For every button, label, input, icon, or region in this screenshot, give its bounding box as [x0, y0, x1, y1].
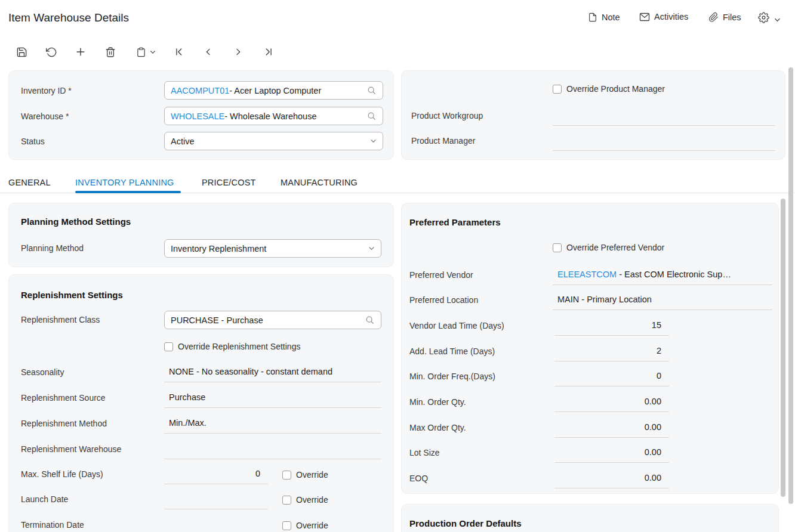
chevron-down-icon[interactable]	[366, 139, 377, 143]
add-icon	[75, 46, 87, 58]
undo-button[interactable]	[42, 43, 60, 61]
min-order-qty-field[interactable]: 0.00	[554, 392, 669, 412]
override-replenishment-settings-checkbox[interactable]: Override Replenishment Settings	[164, 342, 300, 351]
min-order-qty-label: Min. Order Qty.	[409, 392, 466, 412]
vendor-lead-time-field[interactable]: 15	[554, 316, 669, 336]
min-order-freq-field[interactable]: 0	[554, 366, 669, 386]
tab-manufacturing[interactable]: MANUFACTURING	[281, 178, 358, 187]
next-record-button[interactable]	[229, 43, 247, 61]
max-shelf-life-override-checkbox[interactable]: Override	[282, 470, 328, 480]
termination-date-override-label: Override	[296, 521, 328, 530]
termination-date-field[interactable]	[164, 515, 268, 532]
checkbox-icon[interactable]	[164, 342, 173, 351]
checkbox-icon[interactable]	[553, 243, 562, 252]
first-record-button[interactable]	[170, 43, 188, 61]
launch-date-override-label: Override	[296, 495, 328, 505]
search-icon[interactable]	[361, 315, 375, 325]
tab-general[interactable]: GENERAL	[8, 178, 51, 187]
max-order-qty-field[interactable]: 0.00	[554, 417, 669, 438]
override-replenishment-settings-label: Override Replenishment Settings	[178, 342, 300, 351]
settings-button[interactable]	[758, 12, 781, 26]
replenishment-source-label: Replenishment Source	[21, 388, 106, 408]
inner-scrollbar[interactable]	[781, 199, 785, 497]
add-lead-time-label: Add. Lead Time (Days)	[409, 341, 495, 361]
override-product-manager-checkbox[interactable]: Override Product Manager	[553, 84, 665, 94]
previous-record-icon	[204, 47, 213, 57]
checkbox-icon[interactable]	[282, 496, 291, 505]
launch-date-field[interactable]	[164, 489, 268, 509]
preferred-vendor-code[interactable]: ELEEASTCOM	[557, 270, 617, 279]
delete-record-button[interactable]	[101, 43, 119, 61]
replenishment-settings-title: Replenishment Settings	[21, 290, 123, 300]
gear-icon	[758, 12, 769, 26]
warehouse-label: Warehouse *	[21, 106, 69, 126]
planning-method-value: Inventory Replenishment	[171, 244, 266, 253]
planning-method-select[interactable]: Inventory Replenishment	[164, 239, 381, 258]
status-label: Status	[21, 131, 45, 151]
checkbox-icon[interactable]	[553, 85, 562, 94]
chevron-down-icon[interactable]	[365, 246, 375, 250]
replenishment-method-field[interactable]: Min./Max.	[164, 413, 381, 434]
replenishment-class-value: PURCHASE - Purchase	[171, 316, 263, 325]
replenishment-class-label: Replenishment Class	[21, 310, 100, 330]
tab-price-cost[interactable]: PRICE/COST	[202, 178, 256, 187]
page-scrollbar[interactable]	[788, 67, 793, 504]
seasonality-field[interactable]: NONE - No seasonality - constant demand	[164, 362, 381, 382]
max-shelf-life-override-label: Override	[296, 470, 328, 480]
inventory-id-desc: - Acer Laptop Computer	[229, 86, 321, 95]
files-button[interactable]: Files	[708, 12, 741, 23]
production-order-defaults-title: Production Order Defaults	[409, 518, 522, 528]
inventory-id-field[interactable]: AACOMPUT01 - Acer Laptop Computer	[164, 81, 383, 100]
checkbox-icon[interactable]	[282, 521, 291, 530]
product-manager-label: Product Manager	[411, 131, 475, 151]
envelope-icon	[639, 13, 650, 21]
previous-record-button[interactable]	[199, 43, 217, 61]
max-order-qty-label: Max Order Qty.	[409, 417, 466, 438]
status-value: Active	[171, 137, 195, 146]
replenishment-warehouse-field[interactable]	[164, 439, 381, 459]
eoq-field[interactable]: 0.00	[554, 468, 669, 488]
preferred-parameters-card: Preferred Parameters Override Preferred …	[401, 203, 779, 494]
summary-manager-card: Override Product Manager Product Workgro…	[401, 70, 785, 160]
planning-method-settings-card: Planning Method Settings Planning Method…	[8, 203, 394, 267]
preferred-location-field[interactable]: MAIN - Primary Location	[553, 290, 772, 310]
add-record-button[interactable]	[72, 43, 90, 61]
last-record-icon	[263, 47, 273, 57]
search-icon[interactable]	[363, 111, 377, 121]
product-workgroup-field[interactable]	[553, 106, 775, 126]
max-shelf-life-field[interactable]: 0	[164, 464, 268, 484]
lot-size-field[interactable]: 0.00	[554, 443, 669, 463]
note-label: Note	[602, 13, 620, 22]
add-lead-time-field[interactable]: 2	[554, 341, 669, 361]
seasonality-label: Seasonality	[21, 362, 64, 382]
checkbox-icon[interactable]	[282, 471, 291, 480]
clipboard-menu-button[interactable]	[132, 43, 159, 61]
launch-date-override-checkbox[interactable]: Override	[282, 495, 328, 505]
termination-date-override-checkbox[interactable]: Override	[282, 521, 328, 530]
replenishment-method-label: Replenishment Method	[21, 413, 107, 434]
save-button[interactable]	[13, 43, 30, 61]
launch-date-label: Launch Date	[21, 489, 68, 509]
note-button[interactable]: Note	[588, 12, 620, 23]
override-preferred-vendor-checkbox[interactable]: Override Preferred Vendor	[553, 243, 664, 252]
tab-bar: GENERAL INVENTORY PLANNING PRICE/COST MA…	[0, 176, 795, 193]
page-title: Item Warehouse Details	[8, 11, 129, 24]
status-select[interactable]: Active	[164, 132, 383, 150]
preferred-parameters-title: Preferred Parameters	[409, 217, 501, 227]
tab-inventory-planning[interactable]: INVENTORY PLANNING	[75, 178, 174, 187]
save-icon	[16, 47, 27, 58]
search-icon[interactable]	[363, 85, 377, 95]
product-workgroup-label: Product Workgroup	[411, 106, 483, 126]
activities-button[interactable]: Activities	[639, 12, 688, 21]
planning-method-label: Planning Method	[21, 238, 84, 258]
product-manager-field[interactable]	[553, 131, 775, 151]
replenishment-warehouse-label: Replenishment Warehouse	[21, 439, 121, 459]
replenishment-source-field[interactable]: Purchase	[164, 388, 381, 408]
warehouse-desc: - Wholesale Warehouse	[224, 112, 316, 121]
eoq-label: EOQ	[409, 468, 428, 488]
replenishment-class-field[interactable]: PURCHASE - Purchase	[164, 311, 381, 329]
preferred-vendor-field[interactable]: ELEEASTCOM - East COM Electronic Sup…	[553, 265, 772, 285]
last-record-button[interactable]	[259, 43, 277, 61]
undo-icon	[46, 47, 57, 58]
warehouse-field[interactable]: WHOLESALE - Wholesale Warehouse	[164, 107, 383, 125]
